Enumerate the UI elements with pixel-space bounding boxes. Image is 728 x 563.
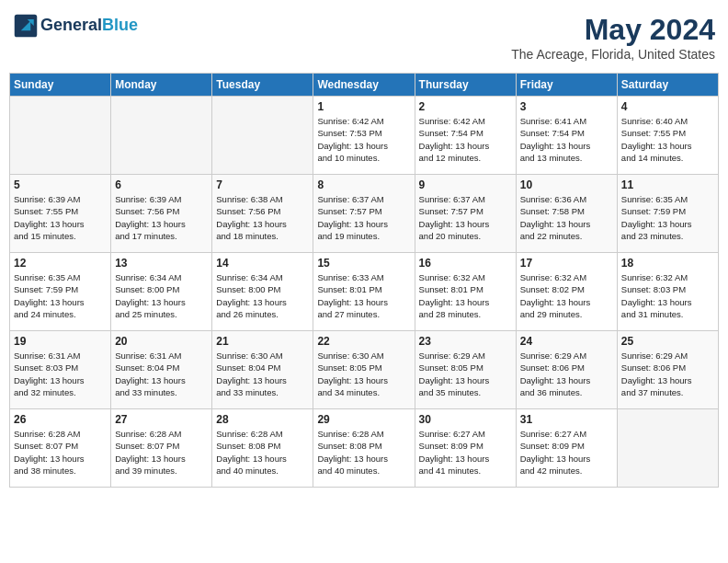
day-number: 19 <box>14 335 107 348</box>
calendar-table: SundayMondayTuesdayWednesdayThursdayFrid… <box>9 73 719 488</box>
calendar-cell: 3Sunrise: 6:41 AM Sunset: 7:54 PM Daylig… <box>516 97 617 175</box>
day-number: 30 <box>419 413 512 426</box>
calendar-cell: 19Sunrise: 6:31 AM Sunset: 8:03 PM Dayli… <box>10 331 111 409</box>
calendar-week-3: 12Sunrise: 6:35 AM Sunset: 7:59 PM Dayli… <box>10 253 719 331</box>
day-number: 2 <box>419 100 512 113</box>
day-number: 11 <box>621 178 714 191</box>
calendar-cell: 17Sunrise: 6:32 AM Sunset: 8:02 PM Dayli… <box>516 253 617 331</box>
month-year: May 2024 <box>511 13 715 47</box>
calendar-cell: 4Sunrise: 6:40 AM Sunset: 7:55 PM Daylig… <box>617 97 718 175</box>
weekday-header-monday: Monday <box>111 74 212 97</box>
day-info: Sunrise: 6:31 AM Sunset: 8:04 PM Dayligh… <box>115 350 208 398</box>
calendar-cell: 30Sunrise: 6:27 AM Sunset: 8:09 PM Dayli… <box>415 409 516 488</box>
day-info: Sunrise: 6:41 AM Sunset: 7:54 PM Dayligh… <box>520 115 613 164</box>
day-number: 18 <box>621 257 714 270</box>
day-info: Sunrise: 6:27 AM Sunset: 8:09 PM Dayligh… <box>520 428 613 477</box>
day-info: Sunrise: 6:35 AM Sunset: 7:59 PM Dayligh… <box>14 271 107 320</box>
day-info: Sunrise: 6:37 AM Sunset: 7:57 PM Dayligh… <box>317 193 410 242</box>
calendar-cell: 7Sunrise: 6:38 AM Sunset: 7:56 PM Daylig… <box>212 175 313 253</box>
calendar-cell: 12Sunrise: 6:35 AM Sunset: 7:59 PM Dayli… <box>10 253 111 331</box>
day-info: Sunrise: 6:38 AM Sunset: 7:56 PM Dayligh… <box>216 193 309 242</box>
day-number: 9 <box>419 178 512 191</box>
logo-icon <box>13 13 39 39</box>
weekday-header-thursday: Thursday <box>415 74 516 97</box>
calendar-cell: 14Sunrise: 6:34 AM Sunset: 8:00 PM Dayli… <box>212 253 313 331</box>
day-number: 13 <box>115 257 208 270</box>
day-info: Sunrise: 6:29 AM Sunset: 8:06 PM Dayligh… <box>520 350 613 398</box>
day-number: 25 <box>621 335 714 348</box>
weekday-header-friday: Friday <box>516 74 617 97</box>
calendar-cell: 1Sunrise: 6:42 AM Sunset: 7:53 PM Daylig… <box>313 97 415 175</box>
logo: GeneralBlue <box>13 13 138 39</box>
day-number: 12 <box>14 257 107 270</box>
day-info: Sunrise: 6:28 AM Sunset: 8:07 PM Dayligh… <box>115 428 208 477</box>
calendar-cell: 10Sunrise: 6:36 AM Sunset: 7:58 PM Dayli… <box>516 175 617 253</box>
day-info: Sunrise: 6:28 AM Sunset: 8:07 PM Dayligh… <box>14 428 107 477</box>
day-number: 1 <box>317 100 410 113</box>
day-info: Sunrise: 6:31 AM Sunset: 8:03 PM Dayligh… <box>14 350 107 398</box>
day-info: Sunrise: 6:39 AM Sunset: 7:56 PM Dayligh… <box>115 193 208 242</box>
calendar-cell: 20Sunrise: 6:31 AM Sunset: 8:04 PM Dayli… <box>111 331 212 409</box>
day-number: 26 <box>14 413 107 426</box>
weekday-header-saturday: Saturday <box>617 74 718 97</box>
weekday-header-sunday: Sunday <box>10 74 111 97</box>
calendar-cell: 25Sunrise: 6:29 AM Sunset: 8:06 PM Dayli… <box>617 331 718 409</box>
calendar-cell <box>10 97 111 175</box>
calendar-cell: 31Sunrise: 6:27 AM Sunset: 8:09 PM Dayli… <box>516 409 617 488</box>
day-number: 23 <box>419 335 512 348</box>
location: The Acreage, Florida, United States <box>511 47 715 62</box>
calendar-cell: 27Sunrise: 6:28 AM Sunset: 8:07 PM Dayli… <box>111 409 212 488</box>
day-number: 6 <box>115 178 208 191</box>
calendar-week-4: 19Sunrise: 6:31 AM Sunset: 8:03 PM Dayli… <box>10 331 719 409</box>
page-header: GeneralBlue May 2024 The Acreage, Florid… <box>9 9 719 65</box>
day-info: Sunrise: 6:42 AM Sunset: 7:53 PM Dayligh… <box>317 115 410 164</box>
day-number: 22 <box>317 335 410 348</box>
day-number: 21 <box>216 335 309 348</box>
calendar-cell: 9Sunrise: 6:37 AM Sunset: 7:57 PM Daylig… <box>415 175 516 253</box>
day-info: Sunrise: 6:30 AM Sunset: 8:05 PM Dayligh… <box>317 350 410 398</box>
day-info: Sunrise: 6:28 AM Sunset: 8:08 PM Dayligh… <box>317 428 410 477</box>
calendar-cell: 23Sunrise: 6:29 AM Sunset: 8:05 PM Dayli… <box>415 331 516 409</box>
day-number: 14 <box>216 257 309 270</box>
day-info: Sunrise: 6:39 AM Sunset: 7:55 PM Dayligh… <box>14 193 107 242</box>
day-number: 8 <box>317 178 410 191</box>
title-block: May 2024 The Acreage, Florida, United St… <box>511 13 715 62</box>
day-info: Sunrise: 6:30 AM Sunset: 8:04 PM Dayligh… <box>216 350 309 398</box>
calendar-cell: 8Sunrise: 6:37 AM Sunset: 7:57 PM Daylig… <box>313 175 415 253</box>
day-number: 29 <box>317 413 410 426</box>
weekday-header-row: SundayMondayTuesdayWednesdayThursdayFrid… <box>10 74 719 97</box>
day-info: Sunrise: 6:40 AM Sunset: 7:55 PM Dayligh… <box>621 115 714 164</box>
day-number: 5 <box>14 178 107 191</box>
calendar-cell: 28Sunrise: 6:28 AM Sunset: 8:08 PM Dayli… <box>212 409 313 488</box>
calendar-cell <box>212 97 313 175</box>
calendar-cell: 11Sunrise: 6:35 AM Sunset: 7:59 PM Dayli… <box>617 175 718 253</box>
day-number: 15 <box>317 257 410 270</box>
calendar-cell: 16Sunrise: 6:32 AM Sunset: 8:01 PM Dayli… <box>415 253 516 331</box>
day-number: 3 <box>520 100 613 113</box>
day-info: Sunrise: 6:35 AM Sunset: 7:59 PM Dayligh… <box>621 193 714 242</box>
day-number: 28 <box>216 413 309 426</box>
calendar-week-2: 5Sunrise: 6:39 AM Sunset: 7:55 PM Daylig… <box>10 175 719 253</box>
calendar-cell: 21Sunrise: 6:30 AM Sunset: 8:04 PM Dayli… <box>212 331 313 409</box>
day-number: 31 <box>520 413 613 426</box>
calendar-cell <box>617 409 718 488</box>
day-number: 4 <box>621 100 714 113</box>
day-number: 16 <box>419 257 512 270</box>
day-info: Sunrise: 6:33 AM Sunset: 8:01 PM Dayligh… <box>317 271 410 320</box>
day-number: 10 <box>520 178 613 191</box>
day-info: Sunrise: 6:34 AM Sunset: 8:00 PM Dayligh… <box>216 271 309 320</box>
day-number: 7 <box>216 178 309 191</box>
day-info: Sunrise: 6:29 AM Sunset: 8:05 PM Dayligh… <box>419 350 512 398</box>
day-info: Sunrise: 6:32 AM Sunset: 8:02 PM Dayligh… <box>520 271 613 320</box>
day-info: Sunrise: 6:29 AM Sunset: 8:06 PM Dayligh… <box>621 350 714 398</box>
day-info: Sunrise: 6:32 AM Sunset: 8:01 PM Dayligh… <box>419 271 512 320</box>
day-info: Sunrise: 6:42 AM Sunset: 7:54 PM Dayligh… <box>419 115 512 164</box>
calendar-week-5: 26Sunrise: 6:28 AM Sunset: 8:07 PM Dayli… <box>10 409 719 488</box>
day-number: 27 <box>115 413 208 426</box>
calendar-cell: 15Sunrise: 6:33 AM Sunset: 8:01 PM Dayli… <box>313 253 415 331</box>
calendar-cell: 29Sunrise: 6:28 AM Sunset: 8:08 PM Dayli… <box>313 409 415 488</box>
day-number: 20 <box>115 335 208 348</box>
calendar-cell: 26Sunrise: 6:28 AM Sunset: 8:07 PM Dayli… <box>10 409 111 488</box>
calendar-cell: 18Sunrise: 6:32 AM Sunset: 8:03 PM Dayli… <box>617 253 718 331</box>
calendar-cell: 24Sunrise: 6:29 AM Sunset: 8:06 PM Dayli… <box>516 331 617 409</box>
